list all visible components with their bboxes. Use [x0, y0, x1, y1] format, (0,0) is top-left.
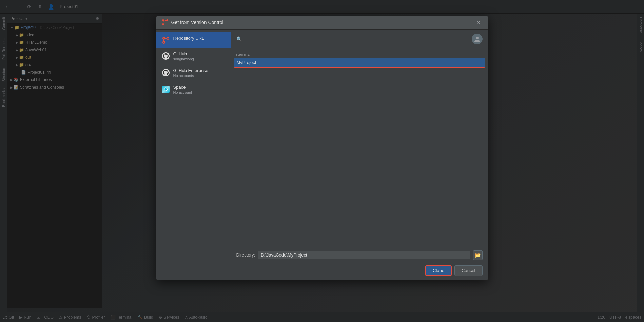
dialog-right-content: 🔍 GitIDEA MyProject Direc: [231, 30, 488, 280]
search-input[interactable]: [245, 36, 469, 41]
svg-point-7: [167, 37, 169, 39]
cancel-button[interactable]: Cancel: [454, 265, 482, 276]
nav-item-enterprise-title: GitHub Enterprise: [173, 68, 208, 73]
nav-item-title: Repository URL: [173, 36, 204, 41]
nav-item-github-title: GitHub: [173, 51, 194, 56]
nav-item-github[interactable]: GitHub songlaixiong: [156, 48, 231, 64]
dialog-title: Get from Version Control: [171, 20, 474, 25]
nav-item-github-enterprise[interactable]: GitHub Enterprise No accounts: [156, 64, 231, 81]
nav-item-text: GitHub songlaixiong: [173, 51, 194, 61]
nav-item-space-subtitle: No account: [173, 90, 192, 94]
user-avatar-button[interactable]: [472, 34, 483, 44]
dialog-body: Repository URL GitHub songlaixiong: [156, 30, 488, 280]
list-section-label: GitIDEA: [234, 52, 485, 58]
dialog-action-buttons: Clone Cancel: [236, 265, 483, 276]
search-row: 🔍: [231, 30, 488, 49]
browse-folder-button[interactable]: 📂: [473, 250, 483, 260]
list-item-myproject[interactable]: MyProject: [234, 58, 485, 68]
nav-item-text: GitHub Enterprise No accounts: [173, 68, 208, 78]
repo-list: GitIDEA MyProject: [231, 49, 488, 246]
svg-point-11: [476, 37, 479, 39]
svg-point-6: [163, 41, 165, 43]
svg-point-1: [162, 23, 164, 25]
github-icon: [162, 52, 170, 60]
nav-item-text: Space No account: [173, 84, 192, 94]
nav-item-github-subtitle: songlaixiong: [173, 57, 194, 61]
directory-input[interactable]: [258, 251, 470, 259]
dialog-titlebar: Get from Version Control ✕: [156, 16, 488, 30]
space-icon: [162, 85, 170, 93]
dialog-footer: Directory: 📂 Clone Cancel: [231, 246, 488, 280]
nav-item-space[interactable]: Space No account: [156, 81, 231, 98]
dialog-close-button[interactable]: ✕: [474, 18, 483, 26]
git-branch-icon: [162, 36, 170, 44]
github-enterprise-icon: [162, 69, 170, 77]
directory-row: Directory: 📂: [236, 250, 483, 260]
nav-item-repository-url[interactable]: Repository URL: [156, 32, 231, 48]
dialog-nav: Repository URL GitHub songlaixiong: [156, 30, 231, 280]
directory-label: Directory:: [236, 252, 255, 258]
clone-button[interactable]: Clone: [425, 265, 452, 276]
list-item-label: MyProject: [237, 60, 256, 65]
nav-item-enterprise-subtitle: No accounts: [173, 74, 208, 78]
nav-item-text: Repository URL: [173, 36, 204, 41]
dialog-vcs-icon: [162, 19, 169, 26]
nav-item-space-title: Space: [173, 84, 192, 90]
search-icon: 🔍: [236, 36, 242, 42]
get-from-vcs-dialog: Get from Version Control ✕ Repository: [156, 16, 488, 280]
